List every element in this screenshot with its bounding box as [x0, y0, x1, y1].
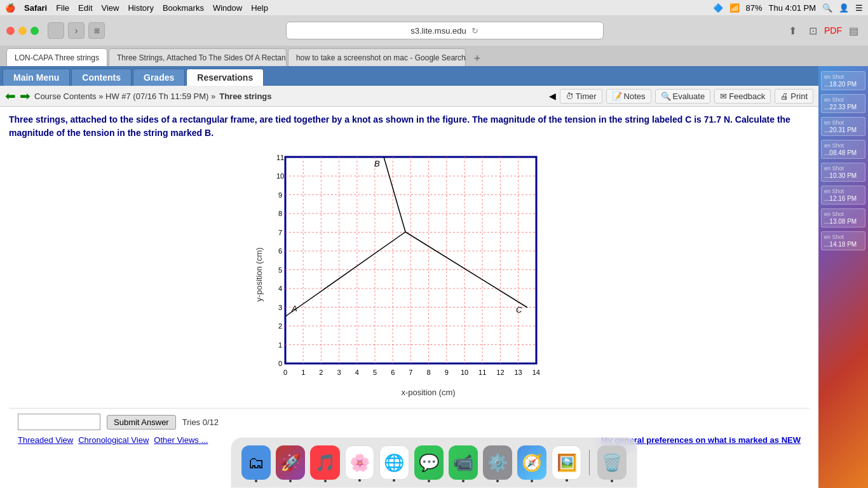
sidebar-toggle[interactable]: ▤ [845, 22, 862, 39]
apple-menu[interactable]: 🍎 [5, 3, 15, 13]
dock-chrome[interactable]: 🌐 [379, 445, 409, 480]
screenshot-time-6: ...12.16 PM [824, 195, 862, 202]
menu-history[interactable]: History [128, 3, 153, 13]
svg-text:12: 12 [496, 369, 504, 376]
dock-music[interactable]: 🎵 [310, 445, 339, 480]
breadcrumb-path: Course Contents » HW #7 (07/16 Th 11:59 … [34, 92, 215, 101]
timer-label: Timer [576, 92, 597, 101]
svg-text:10: 10 [276, 172, 284, 180]
print-icon: 🖨 [780, 92, 789, 101]
tab-overview-button[interactable]: ⊞ [88, 22, 105, 39]
breadcrumb-back-arrow[interactable]: ⬅ [5, 88, 16, 104]
screenshot-item-2[interactable]: en Shot ...22.33 PM [821, 94, 865, 113]
menu-safari[interactable]: Safari [24, 3, 47, 13]
print-label: Print [790, 92, 808, 101]
address-bar[interactable]: s3.lite.msu.edu ↻ [286, 22, 604, 39]
menubar-right: 🔷 📶 87% Thu 4:01 PM 🔍 👤 ☰ [713, 3, 863, 13]
screenshot-item-4[interactable]: en Shot ...08.48 PM [821, 140, 865, 159]
svg-text:2: 2 [278, 322, 282, 330]
nav-reservations[interactable]: Reservations [186, 69, 264, 86]
menu-list-icon[interactable]: ☰ [855, 3, 863, 13]
dock-finder[interactable]: 🗂 [241, 445, 271, 480]
problem-text: Three strings, attached to the sides of … [9, 113, 810, 140]
screenshot-time-4: ...08.48 PM [824, 149, 862, 156]
pdf-icon[interactable]: PDF [825, 22, 841, 39]
screenshot-item-5[interactable]: en Shot ...10.30 PM [821, 163, 865, 182]
menu-window[interactable]: Window [213, 3, 242, 13]
menu-bookmarks[interactable]: Bookmarks [163, 3, 204, 13]
bluetooth-icon: 🔷 [713, 3, 723, 13]
menu-edit[interactable]: Edit [78, 3, 92, 13]
dock-facetime[interactable]: 📹 [449, 445, 478, 480]
dock-settings[interactable]: ⚙️ [483, 445, 512, 480]
menu-file[interactable]: File [56, 3, 69, 13]
screenshot-header-8: en Shot [824, 234, 862, 240]
dock-photos[interactable]: 🌸 [345, 445, 375, 480]
tab-chegg[interactable]: Three Strings, Attached To The Sides Of … [109, 48, 287, 66]
feedback-button[interactable]: ✉ Feedback [714, 89, 771, 104]
close-button[interactable] [6, 27, 15, 35]
screenshot-item-7[interactable]: en Shot ...13.08 PM [821, 208, 865, 227]
screenshot-item-6[interactable]: en Shot ...12.16 PM [821, 186, 865, 205]
menu-help[interactable]: Help [251, 3, 268, 13]
timer-button[interactable]: ⏱ Timer [560, 89, 602, 104]
search-icon[interactable]: 🔍 [822, 3, 832, 13]
breadcrumb-fwd-arrow[interactable]: ➡ [20, 88, 31, 104]
notes-icon: 📝 [612, 92, 622, 101]
feedback-label: Feedback [729, 92, 765, 101]
menu-view[interactable]: View [102, 3, 119, 13]
right-sidebar: en Shot ...18.20 PM en Shot ...22.33 PM … [818, 66, 868, 488]
svg-text:11: 11 [276, 154, 284, 161]
breadcrumb-current: Three strings [219, 92, 271, 101]
back-button[interactable]: ‹ [48, 22, 64, 39]
evaluate-icon: 🔍 [661, 92, 671, 101]
svg-text:6: 6 [391, 369, 395, 376]
screenshot-time-1: ...18.20 PM [824, 81, 862, 88]
reload-icon[interactable]: ↻ [471, 26, 478, 36]
address-text: s3.lite.msu.edu [410, 26, 466, 36]
dock-safari[interactable]: 🧭 [517, 445, 546, 480]
tab-google[interactable]: how to take a screenshot on mac - Google… [288, 48, 466, 66]
notes-button[interactable]: 📝 Notes [606, 89, 651, 104]
screenshot-item-1[interactable]: en Shot ...18.20 PM [821, 71, 865, 90]
svg-text:4: 4 [355, 369, 359, 376]
screenshot-item-3[interactable]: en Shot ...20.31 PM [821, 117, 865, 136]
dock-launchpad[interactable]: 🚀 [276, 445, 305, 480]
svg-text:6: 6 [278, 247, 282, 255]
minimize-button[interactable] [18, 27, 27, 35]
screenshot-item-8[interactable]: en Shot ...14.18 PM [821, 231, 865, 250]
other-views-link[interactable]: Other Views ... [154, 435, 208, 445]
svg-text:A: A [291, 304, 297, 313]
forward-button[interactable]: › [68, 22, 85, 39]
screenshot-time-8: ...14.18 PM [824, 241, 862, 248]
chronological-view-link[interactable]: Chronological View [78, 435, 149, 445]
browser-chrome: ‹ › ⊞ s3.lite.msu.edu ↻ ⬆ ⊡ PDF ▤ [0, 15, 868, 46]
wifi-icon: 📶 [729, 3, 740, 13]
notes-label: Notes [624, 92, 646, 101]
svg-text:B: B [374, 159, 380, 168]
threaded-view-link[interactable]: Threaded View [18, 435, 73, 445]
dock-trash[interactable]: 🗑️ [597, 445, 627, 480]
answer-input[interactable] [18, 414, 100, 430]
back-nav-icon[interactable]: ◀ [549, 91, 556, 101]
browser-content: Main Menu Contents Grades Reservations ⬅… [0, 66, 868, 488]
dock-preview[interactable]: 🖼️ [552, 445, 581, 480]
tab-loncapa[interactable]: LON-CAPA Three strings [6, 48, 107, 66]
nav-main-menu[interactable]: Main Menu [3, 69, 70, 86]
evaluate-button[interactable]: 🔍 Evaluate [655, 89, 711, 104]
new-tab-button[interactable]: + [470, 51, 485, 66]
svg-text:3: 3 [278, 304, 282, 311]
user-icon[interactable]: 👤 [839, 3, 849, 13]
tab-label-loncapa: LON-CAPA Three strings [15, 53, 99, 62]
new-tab-sidebar[interactable]: ⊡ [804, 22, 821, 39]
submit-button[interactable]: Submit Answer [107, 415, 176, 430]
nav-grades[interactable]: Grades [133, 69, 185, 86]
screenshot-header-1: en Shot [824, 74, 862, 80]
loncapa-nav: Main Menu Contents Grades Reservations [0, 66, 818, 86]
share-button[interactable]: ⬆ [784, 22, 801, 39]
svg-text:8: 8 [278, 210, 282, 217]
nav-contents[interactable]: Contents [71, 69, 132, 86]
dock-messages[interactable]: 💬 [414, 445, 444, 480]
fullscreen-button[interactable] [31, 27, 39, 35]
print-button[interactable]: 🖨 Print [775, 89, 813, 104]
